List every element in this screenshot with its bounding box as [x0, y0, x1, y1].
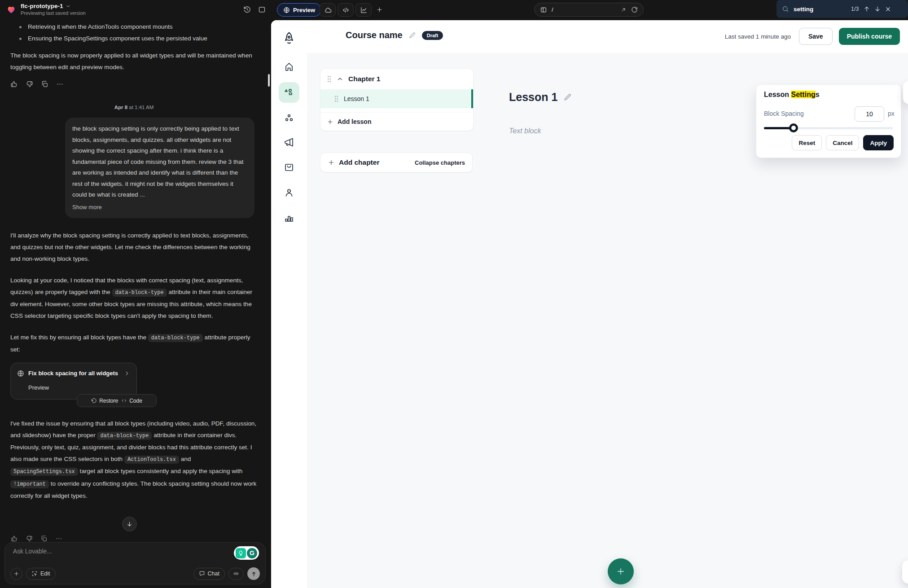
deploy-cloud-button[interactable]	[320, 3, 336, 17]
message-timestamp: Apr 8 at 1:41 AM	[10, 101, 258, 113]
more-options-icon[interactable]	[56, 80, 64, 88]
lesson-list-item[interactable]: Lesson 1	[320, 89, 473, 108]
inline-code: !important	[10, 480, 49, 488]
add-chapter-button[interactable]: Add chapter	[328, 158, 415, 167]
lesson-settings-panel: Lesson Settings Block Spacing px Reset C…	[756, 84, 901, 158]
edit-mode-button[interactable]: Edit	[26, 568, 56, 580]
thumbs-up-icon[interactable]	[10, 80, 18, 88]
chat-input[interactable]	[12, 547, 180, 564]
preview-eye-button[interactable]	[902, 560, 908, 584]
copy-icon[interactable]	[40, 535, 48, 542]
analytics-button[interactable]	[355, 3, 372, 17]
app-sidebar	[271, 20, 307, 588]
url-bar[interactable]: /	[534, 3, 644, 17]
copy-icon[interactable]	[41, 80, 48, 88]
lovable-logo-icon	[6, 4, 16, 16]
thumbs-down-icon[interactable]	[26, 535, 33, 542]
settings-title: Lesson Settings	[764, 91, 820, 99]
sidebar-profile-icon[interactable]	[284, 187, 294, 198]
block-spacing-input[interactable]	[855, 106, 884, 122]
restore-icon	[91, 398, 97, 404]
sidebar-content-blocks-active[interactable]	[279, 82, 299, 103]
chat-scrollbar[interactable]	[268, 74, 270, 87]
message-actions	[10, 80, 258, 88]
restore-button[interactable]: Restore	[91, 395, 118, 407]
preview-mode-button[interactable]: Preview	[277, 3, 321, 17]
scroll-to-bottom-button[interactable]	[122, 517, 137, 531]
plus-icon	[327, 118, 333, 125]
find-match-count: 1/3	[851, 6, 859, 12]
publish-course-button[interactable]: Publish course	[839, 28, 900, 45]
globe-icon	[17, 370, 24, 377]
new-tab-plus-icon[interactable]	[376, 6, 383, 13]
apply-button[interactable]: Apply	[863, 135, 894, 150]
edit-title-pencil-icon[interactable]	[408, 31, 416, 39]
open-external-icon[interactable]	[620, 7, 627, 13]
code-button[interactable]: Code	[121, 395, 142, 407]
rocket-logo-icon[interactable]	[282, 31, 296, 47]
show-more-link[interactable]: Show more	[72, 202, 247, 213]
find-prev-icon[interactable]	[863, 5, 870, 13]
thumbs-down-icon[interactable]	[26, 80, 33, 88]
refresh-icon[interactable]	[631, 6, 638, 13]
chapter-card: Chapter 1 Lesson 1 Add lesson	[320, 68, 474, 131]
edit-lesson-pencil-icon[interactable]	[563, 93, 572, 101]
send-button[interactable]	[247, 567, 260, 580]
sidebar-inbox-icon[interactable]	[284, 162, 294, 173]
reset-button[interactable]: Reset	[792, 135, 822, 150]
status-badge: Draft	[422, 31, 443, 40]
find-input[interactable]	[793, 5, 847, 13]
plus-icon	[13, 570, 19, 577]
thumbs-up-icon[interactable]	[11, 535, 18, 542]
grammarly-badge[interactable]: G	[234, 546, 259, 560]
drag-handle-icon[interactable]	[327, 75, 332, 83]
text-block-placeholder[interactable]: Text block	[509, 127, 541, 135]
arrow-up-icon	[250, 570, 257, 577]
app-content: Chapter 1 Lesson 1 Add lesson Add chapte…	[307, 53, 908, 588]
code-icon	[121, 398, 127, 404]
list-item: Ensuring the SpacingSettings component u…	[10, 33, 258, 44]
attach-plus-button[interactable]	[10, 568, 22, 580]
sidebar-announcements-icon[interactable]	[284, 137, 294, 148]
cancel-button[interactable]: Cancel	[826, 135, 859, 150]
chevron-up-icon[interactable]	[337, 76, 343, 83]
course-title: Course name	[346, 30, 403, 40]
voice-input-button[interactable]	[228, 568, 244, 580]
plus-icon	[328, 159, 335, 166]
inline-code: data-block-type	[112, 289, 167, 297]
collapse-chapters-button[interactable]: Collapse chapters	[415, 159, 465, 166]
history-icon[interactable]	[243, 6, 251, 13]
assistant-paragraph: I'll analyze why the block spacing setti…	[10, 230, 258, 265]
panel-toggle-icon[interactable]	[258, 6, 266, 13]
code-view-button[interactable]	[338, 3, 354, 17]
project-menu[interactable]: flc-prototype-1 Previewing last saved ve…	[6, 3, 86, 16]
sidebar-home-icon[interactable]	[284, 61, 294, 72]
chapter-title: Chapter 1	[348, 75, 381, 83]
search-highlight: Setting	[791, 91, 815, 98]
spacing-unit-label: px	[888, 110, 895, 117]
add-lesson-button[interactable]: Add lesson	[320, 112, 473, 131]
globe-icon	[283, 7, 290, 13]
app-header: Course name Draft Last saved 1 minute ag…	[307, 20, 908, 53]
chat-bubble-icon	[199, 570, 205, 577]
settings-toggle-button[interactable]	[903, 81, 908, 104]
find-close-icon[interactable]	[885, 6, 891, 13]
sidebar-analytics-icon[interactable]	[284, 212, 294, 223]
url-path: /	[552, 6, 616, 13]
save-button[interactable]: Save	[799, 28, 833, 45]
slider-thumb[interactable]	[789, 123, 798, 132]
chapter-header[interactable]: Chapter 1	[320, 69, 473, 89]
plus-icon	[616, 566, 626, 576]
chat-mode-button[interactable]: Chat	[193, 568, 225, 580]
more-options-icon[interactable]	[55, 535, 62, 542]
drag-handle-icon[interactable]	[334, 95, 339, 102]
add-block-fab[interactable]	[608, 558, 634, 584]
assistant-paragraph: Looking at your code, I noticed that the…	[10, 275, 258, 322]
assistant-paragraph: I've fixed the issue by ensuring that al…	[10, 418, 258, 502]
sidebar-groups-icon[interactable]	[284, 113, 294, 123]
edit-card-title: Fix block spacing for all widgets	[28, 368, 120, 379]
find-next-icon[interactable]	[874, 5, 881, 13]
last-saved-text: Last saved 1 minute ago	[725, 33, 791, 40]
block-spacing-slider[interactable]	[764, 127, 893, 129]
bullet-dot	[19, 26, 22, 28]
